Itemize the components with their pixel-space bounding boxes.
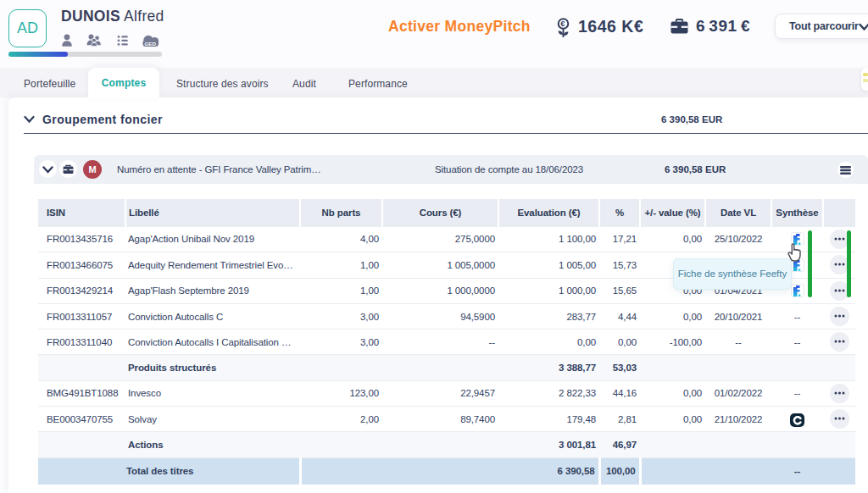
svg-text:GED: GED [145,41,157,47]
svg-text:€: € [560,19,565,28]
